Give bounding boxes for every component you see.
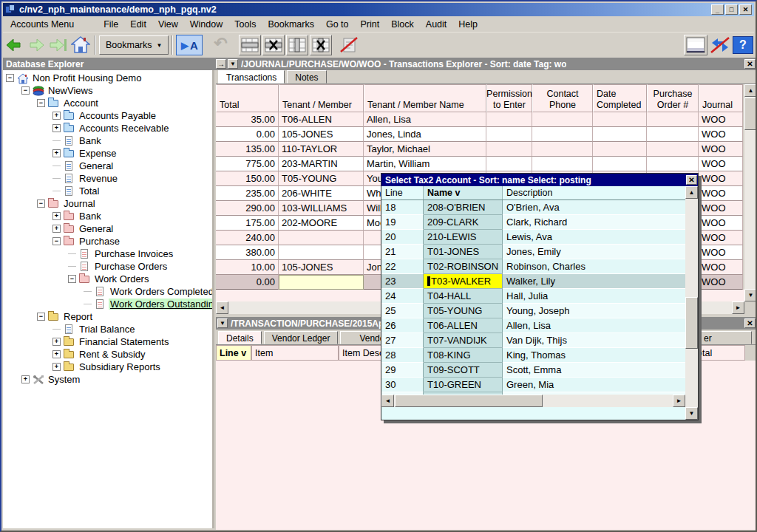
tab-details[interactable]: Details [218, 331, 262, 344]
menu-item-go-to[interactable]: Go to [320, 17, 355, 32]
table-row[interactable]: 775.00203-MARTINMartin, WilliamWOO [216, 157, 743, 171]
dialog-row[interactable]: 23T03-WALKERWalker, Lily [381, 274, 698, 289]
no-navigation-icon[interactable] [709, 35, 731, 55]
column-header-date-completed[interactable]: Date Completed [593, 84, 647, 112]
expand-icon[interactable]: + [21, 375, 30, 383]
dialog-hscrollbar[interactable]: ◄ ► [381, 395, 685, 407]
menu-item-accounts-menu[interactable]: Accounts Menu [4, 17, 80, 32]
expand-icon[interactable]: + [52, 149, 61, 157]
dialog-row[interactable]: 26T06-ALLENAllen, Lisa [381, 318, 698, 333]
insert-column-button[interactable] [286, 35, 308, 55]
column-header-contact-phone[interactable]: Contact Phone [532, 84, 593, 112]
expand-icon[interactable]: + [52, 363, 61, 371]
menu-item-audit[interactable]: Audit [420, 17, 453, 32]
expand-icon[interactable]: + [52, 212, 61, 220]
tree-item-bank[interactable]: Bank [3, 134, 212, 147]
tree-item-rent-subsidy[interactable]: +Rent & Subsidy [3, 348, 212, 361]
dialog-row[interactable]: 21T01-JONESJones, Emily [381, 245, 698, 259]
menu-item-window[interactable]: Window [184, 17, 228, 32]
detail-col-total[interactable]: otal [693, 345, 745, 361]
dialog-close-icon[interactable]: ✕ [686, 175, 697, 185]
menu-item-help[interactable]: Help [452, 17, 483, 32]
scroll-right-icon[interactable]: ► [673, 395, 685, 407]
tree-item-purchase[interactable]: −Purchase [3, 235, 212, 248]
tab-transactions[interactable]: Transactions [218, 70, 285, 83]
tree-item-general[interactable]: +General [3, 222, 212, 235]
tree-item-accounts-payable[interactable]: +Accounts Payable [3, 109, 212, 122]
tree-item-financial-statements[interactable]: +Financial Statements [3, 335, 212, 348]
detail-col-item[interactable]: Item [251, 345, 339, 361]
menu-item-file[interactable]: File [98, 17, 124, 32]
expand-icon[interactable]: + [52, 112, 61, 120]
scroll-left-icon[interactable]: ◄ [381, 395, 394, 407]
tree-item-account[interactable]: −Account [3, 97, 212, 109]
table-row[interactable]: 135.00110-TAYLORTaylor, MichaelWOO [216, 142, 743, 157]
column-header-tenant-member[interactable]: Tenant / Member [279, 84, 364, 112]
tree-item-accounts-receivable[interactable]: +Accounts Receivable [3, 122, 212, 134]
tree-item-purchase-orders[interactable]: Purchase Orders [3, 260, 212, 273]
tree-item-bank[interactable]: +Bank [3, 210, 212, 222]
tree-item-non-profit-housing-demo[interactable]: −Non Profit Housing Demo [3, 72, 212, 84]
dialog-row[interactable]: 24T04-HALLHall, Julia [381, 289, 698, 304]
dialog-row[interactable]: 22T02-ROBINSONRobinson, Charles [381, 259, 698, 274]
tree-item-work-orders-outstanding[interactable]: Work Orders Outstanding [3, 298, 212, 310]
maximize-button[interactable]: □ [725, 4, 738, 15]
detail-col-line[interactable]: Line v [216, 345, 251, 361]
scroll-up-icon[interactable]: ▲ [685, 186, 698, 199]
tab-notes[interactable]: Notes [287, 70, 326, 83]
collapse-icon[interactable]: − [37, 99, 45, 107]
tree-item-total[interactable]: Total [3, 185, 212, 197]
insert-row-button[interactable] [239, 35, 261, 55]
panel-menu-button[interactable]: ▼ [217, 318, 228, 328]
delete-row-button[interactable] [262, 35, 285, 55]
menu-item-block[interactable]: Block [385, 17, 420, 32]
menu-item-view[interactable]: View [152, 17, 184, 32]
no-edit-icon[interactable] [339, 35, 359, 55]
forward-button[interactable] [26, 35, 47, 55]
expand-icon[interactable]: + [52, 350, 61, 358]
tree-item-newviews[interactable]: −NewViews [3, 84, 212, 97]
dialog-row[interactable]: 29T09-SCOTTScott, Emma [381, 363, 698, 378]
column-header-permission-to-enter[interactable]: Permission to Enter [486, 84, 532, 112]
column-header-journal[interactable]: Journal [699, 84, 743, 112]
detach-arrow-button[interactable]: → [216, 59, 226, 69]
menu-item-print[interactable]: Print [355, 17, 386, 32]
col-name-sorted[interactable]: Name v [424, 186, 503, 200]
col-line[interactable]: Line [381, 186, 424, 200]
tree-item-work-orders-completed[interactable]: Work Orders Completed [3, 285, 212, 298]
forward-end-button[interactable] [48, 35, 69, 55]
collapse-icon[interactable]: − [37, 200, 45, 208]
dialog-vscrollbar[interactable]: ▲ ▼ [685, 186, 698, 407]
expand-icon[interactable]: + [52, 225, 61, 233]
column-header-tenant-member-name[interactable]: Tenant / Member Name [364, 84, 486, 112]
column-header-purchase-order-[interactable]: Purchase Order # [647, 84, 699, 112]
tree-item-trial-balance[interactable]: Trial Balance [3, 323, 212, 335]
dialog-row[interactable]: 25T05-YOUNGYoung, Joseph [381, 304, 698, 318]
collapse-icon[interactable]: − [6, 74, 14, 82]
col-description[interactable]: Description [503, 186, 685, 200]
dialog-row[interactable]: 30T10-GREENGreen, Mia [381, 378, 698, 392]
expand-icon[interactable]: + [52, 338, 61, 346]
scroll-left-icon[interactable]: ◄ [216, 301, 228, 314]
column-header-total[interactable]: Total [216, 84, 279, 112]
scroll-thumb[interactable] [395, 395, 543, 407]
tree-item-subsidiary-reports[interactable]: +Subsidiary Reports [3, 361, 212, 373]
close-panel-icon[interactable]: ✕ [744, 318, 756, 328]
tree-item-system[interactable]: +System [3, 373, 212, 386]
tree-item-general[interactable]: General [3, 160, 212, 172]
scroll-down-icon[interactable]: ▼ [744, 289, 757, 301]
collapse-icon[interactable]: − [37, 313, 45, 321]
collapse-icon[interactable]: − [21, 86, 30, 95]
scroll-down-icon[interactable]: ▼ [685, 407, 698, 420]
table-row[interactable]: 0.00105-JONESJones, LindaWOO [216, 127, 743, 142]
dialog-row[interactable]: 18208-O'BRIENO'Brien, Ava [381, 200, 698, 215]
menu-item-tools[interactable]: Tools [228, 17, 262, 32]
scroll-thumb[interactable] [744, 98, 757, 130]
scroll-up-icon[interactable]: ▲ [744, 84, 757, 97]
transactions-vscrollbar[interactable]: ▲ ▼ [744, 84, 757, 301]
tree-item-purchase-invoices[interactable]: Purchase Invoices [3, 248, 212, 260]
undo-button[interactable]: ↶ [210, 35, 231, 55]
collapse-icon[interactable]: − [52, 237, 61, 245]
window-layout-icon[interactable] [684, 35, 707, 55]
collapse-icon[interactable]: − [68, 275, 76, 283]
